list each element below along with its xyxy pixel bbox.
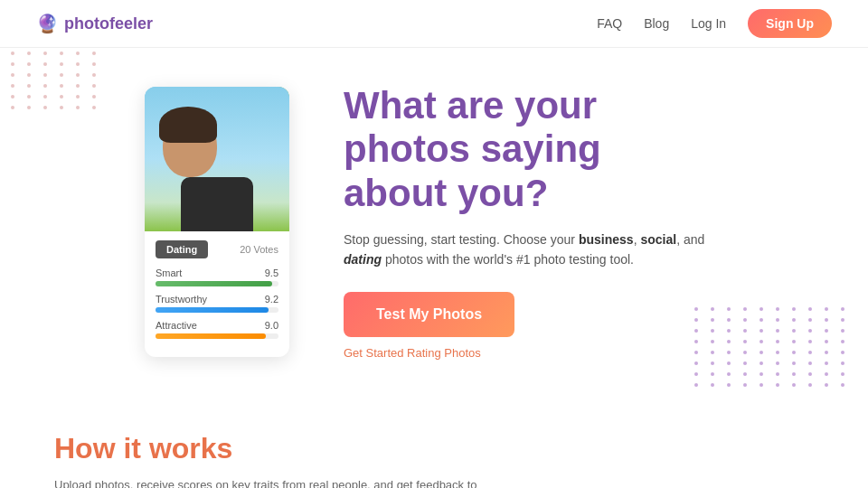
nav-links: FAQ Blog Log In Sign Up	[597, 9, 832, 38]
nav-logo[interactable]: 🔮 photofeeler	[36, 13, 153, 34]
hero-right: What are your photos saying about you? S…	[344, 84, 723, 360]
dots-bottomright: document.currentScript.insertAdjacentHTM…	[694, 307, 850, 387]
navbar: 🔮 photofeeler FAQ Blog Log In Sign Up	[0, 0, 868, 48]
hero-left: Dating 20 Votes Smart 9.5 Trustworthy 9.…	[145, 87, 289, 357]
nav-faq[interactable]: FAQ	[597, 16, 622, 31]
dating-tab[interactable]: Dating	[156, 240, 208, 258]
logo-icon: 🔮	[36, 13, 59, 34]
photo-card: Dating 20 Votes Smart 9.5 Trustworthy 9.…	[145, 87, 289, 357]
rating-attractive: Attractive 9.0	[156, 320, 278, 339]
photo-image	[145, 87, 289, 231]
rating-value-smart: 9.5	[265, 267, 278, 278]
dots-topleft: document.currentScript.insertAdjacentHTM…	[0, 48, 101, 109]
votes-count: 20 Votes	[240, 244, 278, 255]
rating-label-trustworthy: Trustworthy	[156, 294, 207, 305]
rating-smart: Smart 9.5	[156, 267, 278, 286]
hero-title: What are your photos saying about you?	[344, 84, 723, 215]
rating-value-trustworthy: 9.2	[265, 294, 278, 305]
rating-value-attractive: 9.0	[265, 320, 278, 331]
logo-text: photofeeler	[64, 14, 153, 33]
test-photos-button[interactable]: Test My Photos	[344, 292, 514, 337]
signup-button[interactable]: Sign Up	[748, 9, 832, 38]
rating-link[interactable]: Get Started Rating Photos	[344, 346, 723, 360]
hero-section: document.currentScript.insertAdjacentHTM…	[0, 48, 868, 396]
how-section: How it works Upload photos, receive scor…	[0, 396, 868, 488]
hero-subtitle: Stop guessing, start testing. Choose you…	[344, 230, 723, 270]
rating-label-attractive: Attractive	[156, 320, 197, 331]
rating-trustworthy: Trustworthy 9.2	[156, 294, 278, 313]
how-title: How it works	[54, 432, 814, 465]
nav-blog[interactable]: Blog	[644, 16, 669, 31]
nav-login[interactable]: Log In	[691, 16, 726, 31]
rating-label-smart: Smart	[156, 267, 182, 278]
how-description: Upload photos, receive scores on key tra…	[54, 476, 488, 488]
